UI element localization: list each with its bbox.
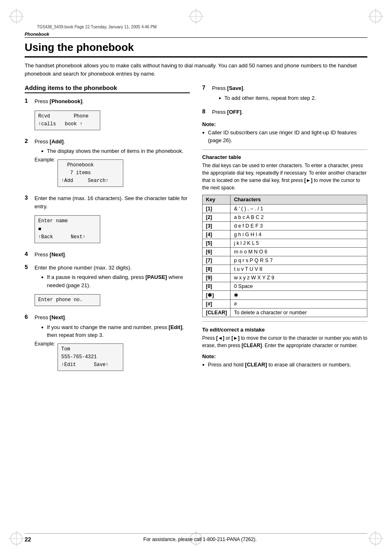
step-7-bullet: To add other items, repeat from step 2. — [219, 94, 367, 102]
rule-2 — [202, 321, 367, 322]
step-2-example-label: Example: — [35, 157, 55, 163]
step-2-text: Press [Add]. — [35, 138, 65, 145]
step-2-example-row: Example: Phonebook 7 items ↑Add Search↑ — [35, 157, 190, 190]
char-table-key-2: [3] — [203, 221, 231, 230]
footer: 22 For assistance, please call 1-800-211… — [25, 533, 367, 543]
subsection-title: Adding items to the phonebook — [25, 84, 190, 93]
step-6-bullet: If you want to change the name and numbe… — [41, 323, 190, 339]
char-table-chars-10: ✱ — [231, 290, 367, 299]
step-2-content: Press [Add]. The display shows the numbe… — [35, 138, 190, 190]
char-table-key-0: [1] — [203, 204, 231, 213]
char-table-row-5: [6]m n o M N O 6 — [203, 247, 367, 256]
char-table-row-7: [8]t u v T U V 8 — [203, 265, 367, 273]
step-5-pause-key: [PAUSE] — [145, 274, 167, 280]
step-4-text: Press [Next]. — [35, 251, 66, 258]
intro-text: The handset phonebook allows you to make… — [25, 62, 367, 78]
step-5-bullet: If a pause is required when dialing, pre… — [41, 273, 190, 289]
note-1-bullet: Caller ID subscribers can use ringer ID … — [202, 129, 367, 145]
note-1-label: Note: — [202, 121, 367, 127]
step-7-text: Press [Save]. — [212, 85, 245, 91]
step-6-text: Press [Next]. — [35, 314, 66, 320]
step-6-example-label: Example: — [35, 341, 55, 347]
step-5-text: Enter the phone number (max. 32 digits). — [35, 265, 131, 271]
step-1: 1 Press [Phonebook]. Rcvd Phone ↑calls b… — [25, 97, 190, 133]
step-3: 3 Enter the name (max. 16 characters). S… — [25, 194, 190, 246]
step-1-content: Press [Phonebook]. Rcvd Phone ↑calls boo… — [35, 97, 190, 133]
step-7: 7 Press [Save]. To add other items, repe… — [202, 84, 367, 103]
char-table-row-10: [✱]✱ — [203, 290, 367, 299]
step-1-number: 1 — [25, 97, 33, 104]
char-table-chars-8: w x y z W X Y Z 9 — [231, 273, 367, 282]
char-table-header-key: Key — [203, 195, 231, 204]
step-4: 4 Press [Next]. — [25, 251, 190, 259]
cursor-right-key2: [►] — [231, 335, 240, 341]
step-4-number: 4 — [25, 251, 33, 257]
char-table-header-chars: Characters — [231, 195, 367, 204]
rule-1 — [202, 150, 367, 150]
step-7-sub: To add other items, repeat from step 2. — [219, 94, 367, 102]
char-table-chars-5: m n o M N O 6 — [231, 247, 367, 256]
step-2-number: 2 — [25, 138, 33, 144]
step-3-lcd: Enter name ■ ↑Back Next↑ — [35, 215, 100, 243]
step-2: 2 Press [Add]. The display shows the num… — [25, 138, 190, 190]
step-3-content: Enter the name (max. 16 characters). See… — [35, 194, 190, 246]
step-8: 8 Press [OFF]. — [202, 108, 367, 116]
cursor-left-key: [◄] — [216, 335, 224, 341]
step-4-content: Press [Next]. — [35, 251, 190, 259]
char-table-chars-1: a b c A B C 2 — [231, 213, 367, 221]
char-table-chars-4: j k l J K L 5 — [231, 239, 367, 247]
corner-mark-tm — [188, 8, 204, 25]
step-2-sub: The display shows the number of items in… — [41, 147, 190, 155]
char-table-key-6: [7] — [203, 256, 231, 265]
edit-mistake-title: To edit/correct a mistake — [202, 327, 367, 333]
step-2-bullet: The display shows the number of items in… — [41, 147, 190, 155]
step-3-text: Enter the name (max. 16 characters). See… — [35, 195, 187, 210]
edit-mistake-text: Press [◄] or [►] to move the cursor to t… — [202, 334, 367, 349]
char-table-row-1: [2]a b c A B C 2 — [203, 213, 367, 221]
char-table-key-3: [4] — [203, 230, 231, 239]
char-table-row-8: [9]w x y z W X Y Z 9 — [203, 273, 367, 282]
section-header: Phonebook — [25, 32, 367, 38]
right-column: 7 Press [Save]. To add other items, repe… — [202, 84, 367, 378]
step-7-number: 7 — [202, 84, 210, 91]
char-table-key-7: [8] — [203, 265, 231, 273]
step-6-edit-key: [Edit] — [168, 324, 182, 330]
step-7-content: Press [Save]. To add other items, repeat… — [212, 84, 367, 103]
step-2-key: [Add] — [50, 138, 64, 145]
char-table-intro: The dial keys can be used to enter chara… — [202, 162, 367, 191]
char-table-key-9: [0] — [203, 282, 231, 290]
step-5-number: 5 — [25, 264, 33, 270]
char-table-row-0: [1]& ' ( ) , – . / 1 — [203, 204, 367, 213]
step-8-content: Press [OFF]. — [212, 108, 367, 116]
corner-mark-br — [367, 530, 384, 547]
char-table-chars-6: p q r s P Q R S 7 — [231, 256, 367, 265]
corner-mark-bl — [8, 530, 25, 547]
char-table-key-5: [6] — [203, 247, 231, 256]
note-1: Note: Caller ID subscribers can use ring… — [202, 121, 367, 145]
char-table-row-4: [5]j k l J K L 5 — [203, 239, 367, 247]
char-table-row-3: [4]g h i G H I 4 — [203, 230, 367, 239]
step-8-text: Press [OFF]. — [212, 109, 243, 115]
char-table-chars-0: & ' ( ) , – . / 1 — [231, 204, 367, 213]
char-table-key-10: [✱] — [203, 290, 231, 299]
step-6-number: 6 — [25, 313, 33, 320]
char-table-row-6: [7]p q r s P Q R S 7 — [203, 256, 367, 265]
file-info: TG5438_5439.book Page 22 Tuesday, Januar… — [37, 25, 367, 29]
char-table-key-4: [5] — [203, 239, 231, 247]
note-2: Note: Press and hold [CLEAR] to erase al… — [202, 353, 367, 369]
char-table-chars-11: # — [231, 299, 367, 308]
page-number: 22 — [25, 536, 31, 543]
step-5-lcd: Enter phone no. — [35, 294, 100, 306]
step-6-content: Press [Next]. If you want to change the … — [35, 313, 190, 373]
step-5: 5 Enter the phone number (max. 32 digits… — [25, 264, 190, 309]
step-1-key: [Phonebook] — [50, 98, 82, 104]
page: TG5438_5439.book Page 22 Tuesday, Januar… — [0, 0, 392, 555]
char-table-row-2: [3]d e f D E F 3 — [203, 221, 367, 230]
page-title: Using the phonebook — [25, 41, 367, 58]
left-column: Adding items to the phonebook 1 Press [P… — [25, 84, 190, 378]
char-table-row-12: [CLEAR]To delete a character or number — [203, 308, 367, 317]
cursor-right-key: [►] — [304, 177, 313, 183]
char-table-key-12: [CLEAR] — [203, 308, 231, 317]
step-7-key: [Save] — [227, 85, 243, 91]
char-table-key-8: [9] — [203, 273, 231, 282]
